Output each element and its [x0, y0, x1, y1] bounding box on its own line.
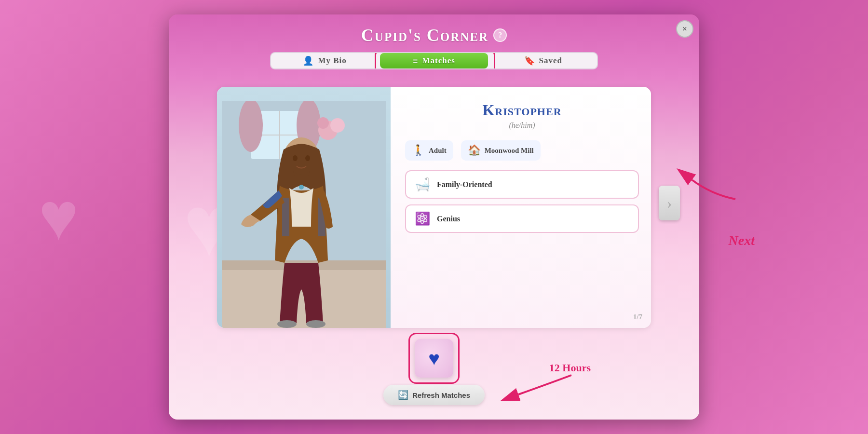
character-portrait-section: [217, 87, 391, 328]
tab-my-bio-label: My Bio: [318, 56, 346, 66]
character-pronouns: (he/him): [405, 121, 639, 130]
trait-card-genius: ⚛️ Genius: [405, 204, 639, 233]
tab-matches[interactable]: ≡ Matches: [380, 53, 488, 68]
left-heart-decoration: ♥: [39, 183, 79, 251]
refresh-matches-button[interactable]: 🔄 Refresh Matches: [383, 385, 485, 405]
character-details-row: 🚶 Adult 🏠 Moonwood Mill: [405, 140, 639, 161]
tabs-container: 👤 My Bio ≡ Matches 🔖 Saved: [270, 52, 598, 69]
life-stage-label: Adult: [429, 147, 447, 155]
matches-icon: ≡: [413, 56, 418, 66]
location-icon: 🏠: [468, 144, 481, 157]
tab-matches-label: Matches: [422, 56, 455, 66]
saved-icon: 🔖: [524, 55, 535, 66]
character-info-section: Kristopher (he/him) 🚶 Adult 🏠 Moonwood M…: [391, 87, 651, 328]
next-label: Next: [729, 233, 755, 248]
love-button-wrapper: ♥: [412, 337, 456, 380]
page-indicator: 1/7: [633, 313, 642, 321]
my-bio-icon: 👤: [303, 55, 314, 66]
svg-point-4: [239, 101, 263, 152]
tab-saved[interactable]: 🔖 Saved: [489, 53, 597, 68]
next-chevron-button[interactable]: ›: [659, 186, 680, 220]
svg-point-13: [305, 155, 310, 161]
genius-label: Genius: [437, 215, 460, 223]
close-button[interactable]: ×: [676, 20, 693, 38]
refresh-icon: 🔄: [398, 390, 408, 400]
tab-my-bio[interactable]: 👤 My Bio: [271, 53, 379, 68]
svg-point-18: [306, 320, 326, 328]
dialog-title: Cupid's Corner: [361, 25, 488, 45]
svg-point-14: [299, 185, 304, 190]
svg-point-12: [293, 155, 298, 161]
outer-background: ♥ ♥ × Cupid's Corner ? 👤 My Bio ≡ Matche…: [0, 0, 868, 434]
match-card: Kristopher (he/him) 🚶 Adult 🏠 Moonwood M…: [217, 87, 651, 328]
family-oriented-icon: 🛁: [414, 177, 431, 192]
main-dialog: ♥ × Cupid's Corner ? 👤 My Bio ≡ Matches …: [169, 14, 699, 420]
svg-point-8: [317, 117, 329, 129]
bottom-actions: ♥: [412, 337, 456, 380]
location-pill: 🏠 Moonwood Mill: [461, 140, 541, 161]
svg-point-7: [330, 118, 345, 133]
life-stage-icon: 🚶: [412, 144, 425, 157]
love-btn-highlight: [408, 333, 460, 384]
family-oriented-label: Family-Oriented: [437, 180, 492, 189]
genius-icon: ⚛️: [414, 211, 431, 226]
trait-card-family-oriented: 🛁 Family-Oriented: [405, 170, 639, 199]
character-figure: [217, 87, 391, 328]
refresh-section: 🔄 Refresh Matches 12 Hours: [383, 385, 485, 405]
location-label: Moonwood Mill: [485, 147, 534, 155]
hours-arrow-decoration: [504, 370, 576, 399]
hours-label: 12 Hours: [549, 362, 591, 374]
character-svg: [222, 101, 386, 328]
character-name: Kristopher: [405, 101, 639, 119]
tab-saved-label: Saved: [539, 56, 562, 66]
help-button[interactable]: ?: [493, 28, 507, 42]
refresh-label: Refresh Matches: [412, 391, 470, 399]
next-arrow-decoration: [682, 165, 740, 204]
svg-point-17: [277, 320, 297, 328]
dialog-title-row: Cupid's Corner ?: [361, 25, 507, 45]
life-stage-pill: 🚶 Adult: [405, 140, 453, 161]
